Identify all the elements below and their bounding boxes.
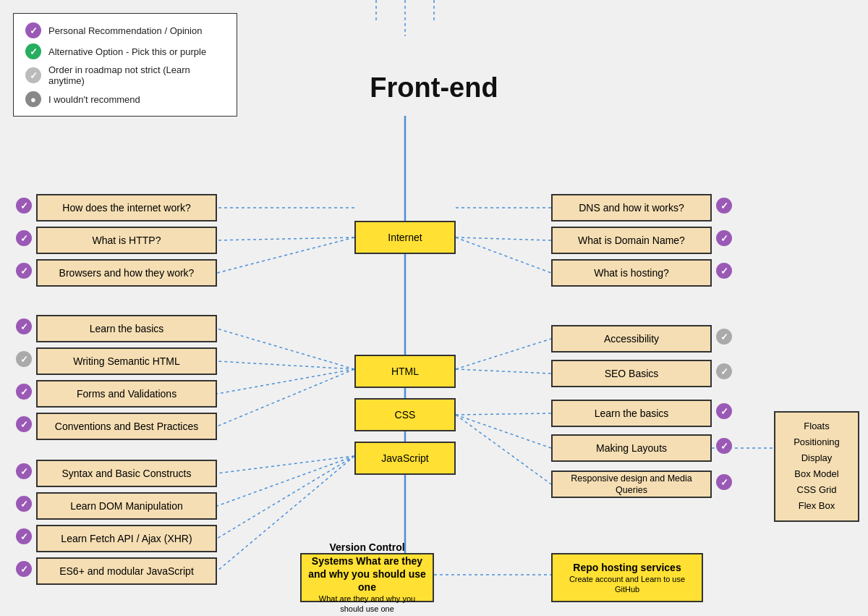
badge-browsers: ✓ [16,263,32,279]
svg-line-9 [217,369,354,426]
node-responsive[interactable]: Responsive design and Media Queries [551,471,712,498]
badge-hosting: ✓ [716,263,732,279]
legend-item-personal: ✓ Personal Recommendation / Opinion [25,22,225,38]
badge-dns: ✓ [716,198,732,214]
legend-label-not-recommend: I wouldn't recommend [48,94,140,105]
legend-item-not-recommend: ● I wouldn't recommend [25,91,225,107]
node-conventions[interactable]: Conventions and Best Practices [36,413,217,440]
node-http[interactable]: What is HTTP? [36,227,217,254]
node-repo-title: Repo hosting services [558,561,696,574]
badge-responsive: ✓ [716,474,732,490]
badge-syntax: ✓ [16,463,32,479]
svg-line-13 [456,415,551,448]
svg-line-10 [456,339,551,369]
badge-accessibility: ✓ [716,329,732,345]
float-item-positioning: Positioning [783,434,851,450]
node-making-layouts[interactable]: Making Layouts [551,434,712,462]
svg-line-15 [217,456,354,473]
node-syntax[interactable]: Syntax and Basic Constructs [36,460,217,487]
node-how-internet[interactable]: How does the internet work? [36,194,217,221]
node-domain[interactable]: What is Domain Name? [551,227,712,254]
badge-http: ✓ [16,230,32,246]
badge-conventions: ✓ [16,416,32,432]
badge-seo: ✓ [716,363,732,379]
svg-line-6 [217,329,354,369]
svg-line-5 [456,237,551,273]
svg-line-14 [456,415,551,484]
legend-label-alternative: Alternative Option - Pick this or purple [48,46,206,57]
svg-line-17 [217,456,354,539]
float-item-flexbox: Flex Box [783,498,851,514]
node-vcs[interactable]: Version Control Systems What are they an… [300,553,434,602]
svg-line-2 [217,237,354,273]
badge-writing-semantic: ✓ [16,351,32,367]
node-javascript[interactable]: JavaScript [354,442,456,475]
node-writing-semantic[interactable]: Writing Semantic HTML [36,347,217,375]
page-title: Front-end [370,72,498,104]
badge-how-internet: ✓ [16,198,32,214]
badge-dom: ✓ [16,496,32,512]
float-item-css-grid: CSS Grid [783,482,851,498]
node-browsers[interactable]: Browsers and how they work? [36,259,217,287]
float-item-display: Display [783,450,851,466]
node-learn-basics-css[interactable]: Learn the basics [551,400,712,427]
legend-item-alternative: ✓ Alternative Option - Pick this or purp… [25,43,225,59]
svg-line-1 [217,237,354,240]
svg-line-4 [456,237,551,240]
node-hosting[interactable]: What is hosting? [551,259,712,287]
node-repo[interactable]: Repo hosting services Create account and… [551,553,703,602]
legend-item-order: ✓ Order in roadmap not strict (Learn any… [25,64,225,86]
node-vcs-subtitle: What are they and why you should use one [307,594,427,615]
svg-line-7 [217,361,354,369]
badge-making-layouts: ✓ [716,438,732,454]
node-dom[interactable]: Learn DOM Manipulation [36,492,217,520]
badge-learn-basics-css: ✓ [716,403,732,419]
svg-line-16 [217,456,354,506]
float-item-box-model: Box Model [783,466,851,482]
node-seo[interactable]: SEO Basics [551,360,712,387]
node-vcs-title: Version Control Systems What are they an… [307,541,427,594]
legend: ✓ Personal Recommendation / Opinion ✓ Al… [13,13,237,117]
legend-icon-order: ✓ [25,67,41,83]
legend-icon-not-recommend: ● [25,91,41,107]
node-es6[interactable]: ES6+ and modular JavaScript [36,557,217,585]
svg-line-11 [456,369,551,374]
roadmap-container: ✓ Personal Recommendation / Opinion ✓ Al… [0,0,868,616]
node-learn-basics-html[interactable]: Learn the basics [36,315,217,342]
badge-fetch: ✓ [16,528,32,544]
float-item-floats: Floats [783,418,851,434]
node-css[interactable]: CSS [354,398,456,431]
node-dns[interactable]: DNS and how it works? [551,194,712,221]
badge-learn-basics-html: ✓ [16,318,32,334]
node-accessibility[interactable]: Accessibility [551,325,712,353]
legend-label-personal: Personal Recommendation / Opinion [48,25,202,36]
node-html[interactable]: HTML [354,355,456,388]
node-forms[interactable]: Forms and Validations [36,380,217,408]
svg-line-8 [217,369,354,394]
css-subtopics-box: Floats Positioning Display Box Model CSS… [774,411,859,522]
legend-label-order: Order in roadmap not strict (Learn anyti… [48,64,225,86]
badge-domain: ✓ [716,230,732,246]
legend-icon-alternative: ✓ [25,43,41,59]
node-fetch[interactable]: Learn Fetch API / Ajax (XHR) [36,525,217,552]
legend-icon-personal: ✓ [25,22,41,38]
svg-line-12 [456,413,551,415]
badge-forms: ✓ [16,384,32,400]
node-internet[interactable]: Internet [354,221,456,254]
badge-es6: ✓ [16,561,32,577]
node-repo-subtitle: Create account and Learn to use GitHub [558,574,696,595]
